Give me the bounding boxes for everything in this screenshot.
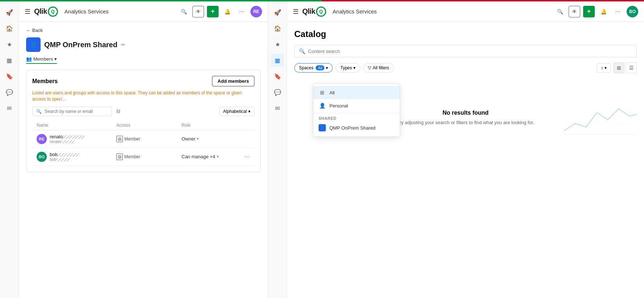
all-filters-pill[interactable]: ▽ All filters bbox=[363, 63, 394, 73]
right-sidebar-icon-mail[interactable]: ✉ bbox=[271, 102, 284, 115]
member-badge-1: 🏢 Member bbox=[116, 136, 182, 142]
catalog-content: Catalog 🔍 Spaces All ▾ Types ▾ bbox=[287, 22, 644, 298]
sidebar-icon-catalog[interactable]: ▦ bbox=[3, 54, 16, 67]
accent-bar bbox=[0, 0, 644, 1]
member-badge-label-2: Member bbox=[124, 154, 140, 159]
back-link[interactable]: ← Back bbox=[26, 28, 261, 33]
list-view-button[interactable]: ☰ bbox=[626, 62, 637, 73]
dropdown-item-all[interactable]: ⊞ All bbox=[313, 86, 400, 99]
member-name-2: bob bbox=[50, 152, 79, 157]
left-sidebar: 🚀 🏠 ★ ▦ 🔖 💬 ✉ bbox=[0, 1, 19, 298]
hamburger-menu-left[interactable]: ☰ bbox=[25, 8, 30, 16]
filter-icon[interactable]: ⊟ bbox=[116, 109, 120, 114]
col-role: Role bbox=[182, 123, 250, 128]
avatar-re[interactable]: RE bbox=[250, 6, 262, 17]
members-header: Members Add members bbox=[32, 76, 254, 86]
sidebar-icon-chat[interactable]: 💬 bbox=[3, 86, 16, 99]
all-filters-label: All filters bbox=[373, 65, 389, 70]
qlik-logo-right: Qlik Q bbox=[302, 7, 326, 17]
search-button-right[interactable]: 🔍 bbox=[554, 6, 566, 17]
right-sidebar-icon-catalog[interactable]: ▦ bbox=[271, 54, 284, 67]
members-section: Members Add members Listed are users and… bbox=[26, 70, 261, 172]
catalog-sort-button[interactable]: ↕ ▾ bbox=[597, 63, 611, 73]
avatar-member-1: RE bbox=[37, 134, 47, 144]
apps-right[interactable]: ⋯ bbox=[612, 6, 624, 17]
role-select-1[interactable]: Owner ▾ bbox=[182, 136, 199, 142]
grid-view-button[interactable]: ⊞ bbox=[614, 62, 624, 73]
hatch-name-2 bbox=[58, 153, 79, 157]
types-filter-chevron: ▾ bbox=[353, 65, 356, 70]
members-tab-icon: 👥 bbox=[26, 56, 32, 62]
member-identity-2: BO bob bob bbox=[37, 152, 116, 162]
avatar-member-2: BO bbox=[37, 152, 47, 162]
dropdown-personal-label: Personal bbox=[329, 103, 348, 109]
spaces-filter-pill[interactable]: Spaces All ▾ bbox=[294, 63, 333, 73]
types-filter-pill[interactable]: Types ▾ bbox=[336, 63, 360, 73]
role-label-1: Owner bbox=[182, 136, 195, 142]
qlik-logo-left: Qlik Q bbox=[34, 7, 58, 17]
filter-bar: Spaces All ▾ Types ▾ ▽ All filters ↕ bbox=[294, 62, 637, 73]
back-arrow-icon: ← bbox=[26, 28, 31, 33]
add-button-left[interactable]: + bbox=[207, 6, 219, 17]
col-name: Name bbox=[37, 123, 116, 128]
filter-funnel-icon: ▽ bbox=[368, 65, 371, 70]
right-sidebar-icon-home[interactable]: 🏠 bbox=[271, 22, 284, 35]
catalog-search-icon: 🔍 bbox=[299, 48, 305, 54]
dropdown-item-qmp[interactable]: 👤 QMP OnPrem Shared bbox=[313, 121, 400, 134]
apps-left[interactable]: ⋯ bbox=[236, 6, 248, 17]
spaces-filter-label: Spaces bbox=[299, 65, 313, 70]
sidebar-icon-mail[interactable]: ✉ bbox=[3, 102, 16, 115]
dropdown-qmp-icon: 👤 bbox=[319, 124, 326, 131]
hamburger-menu-right[interactable]: ☰ bbox=[293, 8, 299, 16]
members-info: Listed are users and groups with access … bbox=[32, 90, 254, 102]
right-sidebar-icon-chat[interactable]: 💬 bbox=[271, 86, 284, 99]
sidebar-icon-star[interactable]: ★ bbox=[3, 38, 16, 51]
members-tab[interactable]: 👥 Members ▾ bbox=[26, 55, 57, 64]
sidebar-icon-home[interactable]: 🏠 bbox=[3, 22, 16, 35]
right-sidebar-icon-rocket[interactable]: 🚀 bbox=[271, 6, 284, 19]
space-header: 👤 QMP OnPrem Shared ✏ bbox=[26, 37, 261, 52]
sidebar-icon-rocket[interactable]: 🚀 bbox=[3, 6, 16, 19]
sort-dropdown[interactable]: Alphabetical ▾ bbox=[219, 107, 254, 116]
badge-icon-1: 🏢 bbox=[116, 136, 123, 142]
sort-chevron-icon: ▾ bbox=[248, 109, 250, 114]
add-button-right[interactable]: + bbox=[583, 6, 595, 17]
member-badge-2: 🏢 Member bbox=[116, 154, 182, 160]
notifications-right[interactable]: 🔔 bbox=[598, 6, 609, 17]
members-tab-label: Members bbox=[33, 56, 53, 62]
right-app-title: Analytics Services bbox=[333, 8, 377, 15]
catalog-search-input[interactable] bbox=[308, 49, 632, 54]
add-members-button[interactable]: Add members bbox=[212, 76, 254, 86]
left-app-title: Analytics Services bbox=[65, 8, 109, 15]
search-button-left[interactable]: 🔍 bbox=[178, 6, 190, 17]
sidebar-icon-bookmark[interactable]: 🔖 bbox=[3, 70, 16, 83]
notifications-left[interactable]: 🔔 bbox=[221, 6, 233, 17]
sort-icon: ↕ bbox=[601, 65, 603, 70]
right-sidebar: 🚀 🏠 ★ ▦ 🔖 💬 ✉ bbox=[268, 1, 287, 298]
dropdown-all-label: All bbox=[329, 90, 335, 95]
edit-space-icon[interactable]: ✏ bbox=[121, 42, 125, 48]
hatch-email-2 bbox=[56, 158, 71, 161]
dropdown-item-personal[interactable]: 👤 Personal bbox=[313, 99, 400, 112]
avatar-bo[interactable]: BO bbox=[627, 6, 638, 17]
sort-chevron: ▾ bbox=[604, 65, 607, 70]
dropdown-section-shared: Shared bbox=[313, 114, 400, 121]
spaces-dropdown: ⊞ All 👤 Personal Shared 👤 QMP OnPrem Sha… bbox=[313, 83, 400, 137]
col-access: Access bbox=[116, 123, 182, 128]
member-search-box[interactable]: 🔍 bbox=[32, 107, 112, 116]
back-label: Back bbox=[32, 28, 43, 33]
more-options-icon-2[interactable]: ⋯ bbox=[244, 153, 250, 160]
eye-button-right[interactable]: 👁 bbox=[569, 6, 580, 17]
right-sidebar-icon-bookmark[interactable]: 🔖 bbox=[271, 70, 284, 83]
spaces-filter-badge: All bbox=[316, 65, 324, 70]
eye-button-left[interactable]: 👁 bbox=[192, 6, 204, 17]
table-header: Name Access Role bbox=[32, 121, 254, 130]
member-search-input[interactable] bbox=[45, 109, 108, 114]
space-icon: 👤 bbox=[26, 37, 41, 52]
search-icon-member: 🔍 bbox=[36, 109, 42, 114]
member-email-1: renato bbox=[50, 139, 85, 144]
right-sidebar-icon-star[interactable]: ★ bbox=[271, 38, 284, 51]
catalog-search-box[interactable]: 🔍 bbox=[294, 45, 637, 57]
role-select-2[interactable]: Can manage +4 ▾ bbox=[182, 154, 219, 159]
role-chevron-2: ▾ bbox=[217, 154, 219, 159]
